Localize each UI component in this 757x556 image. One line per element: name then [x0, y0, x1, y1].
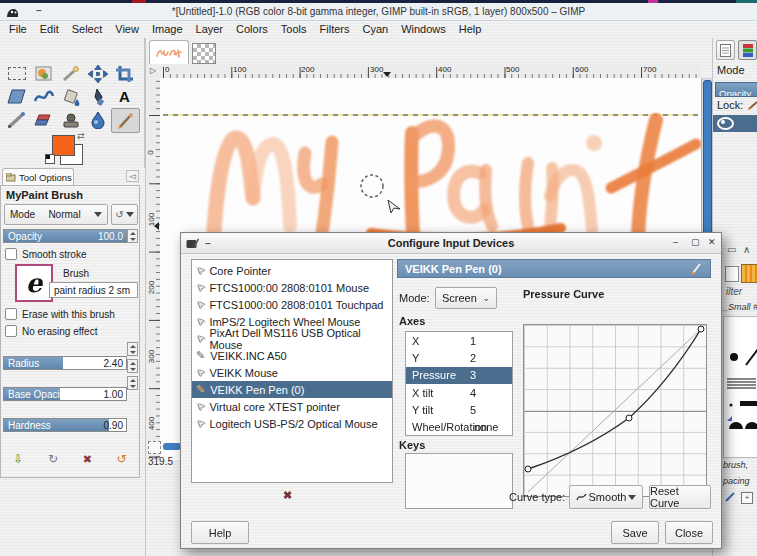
new-brush-icon[interactable]: +: [741, 492, 753, 504]
axis-row[interactable]: Y2: [406, 349, 512, 366]
tool-crop[interactable]: [111, 62, 138, 85]
mode-reset-dropdown[interactable]: ↺: [111, 204, 138, 225]
lock-brush-icon[interactable]: [747, 100, 757, 111]
menu-layer[interactable]: Layer: [196, 23, 224, 35]
radius-spinner[interactable]: [127, 342, 138, 356]
device-row-selected[interactable]: ✎VEIKK Pen Pen (0): [192, 381, 392, 398]
menu-cyan[interactable]: Cyan: [362, 23, 388, 35]
delete-preset-icon[interactable]: ✖: [83, 453, 92, 466]
dock-menu-icon[interactable]: ◅: [126, 170, 139, 182]
device-row[interactable]: ➤Logitech USB-PS/2 Optical Mouse: [192, 415, 392, 432]
edit-brush-icon[interactable]: [725, 492, 737, 503]
brush-name-entry[interactable]: paint radius 2 sm: [49, 282, 138, 298]
menu-select[interactable]: Select: [72, 23, 103, 35]
tool-clone[interactable]: [57, 108, 84, 131]
dialog-maximize-button[interactable]: ▢: [691, 237, 702, 247]
axis-row[interactable]: X1: [406, 332, 512, 349]
ruler-corner[interactable]: ▷: [146, 64, 161, 79]
curve-point[interactable]: [698, 326, 704, 332]
tool-mypaint-brush[interactable]: [111, 108, 140, 133]
layer-visible-eye-icon[interactable]: [717, 117, 734, 130]
anchor-tab-icon[interactable]: ∧: [743, 244, 750, 255]
reset-tool-icon[interactable]: ↺: [117, 452, 127, 466]
menu-colors[interactable]: Colors: [236, 23, 268, 35]
restore-preset-icon[interactable]: ↻: [48, 452, 58, 466]
window-titlebar[interactable]: – *[Untitled]-1.0 (RGB color 8-bit gamma…: [0, 3, 757, 21]
tool-options-tab[interactable]: Tool Options: [2, 168, 74, 185]
paint-mode-dropdown[interactable]: Mode Normal: [4, 204, 108, 225]
device-row[interactable]: ➤PixArt Dell MS116 USB Optical Mouse: [192, 330, 392, 347]
help-button[interactable]: Help: [191, 521, 249, 544]
opacity-slider[interactable]: Opacity 100.0: [3, 229, 127, 243]
opacity-spinner[interactable]: [127, 229, 138, 243]
menu-help[interactable]: Help: [459, 23, 482, 35]
device-row[interactable]: ➤Virtual core XTEST pointer: [192, 398, 392, 415]
menu-filters[interactable]: Filters: [320, 23, 350, 35]
layers-dock-tab-rgb[interactable]: [738, 40, 757, 60]
reset-curve-button[interactable]: Reset Curve: [649, 485, 711, 509]
curve-point[interactable]: [626, 415, 632, 421]
menu-windows[interactable]: Windows: [401, 23, 446, 35]
layers-opacity-slider[interactable]: Opacity: [715, 82, 757, 97]
image-tab-checkerboard[interactable]: [192, 43, 216, 64]
dialog-close-button[interactable]: ✕: [708, 237, 718, 247]
axis-row[interactable]: Wheel/Rotationnone: [406, 418, 512, 435]
device-row[interactable]: ➤FTCS1000:00 2808:0101 Mouse: [192, 279, 392, 296]
dialog-titlebar[interactable]: – Configure Input Devices – ▢ ✕: [181, 233, 721, 254]
tool-fuzzy-select[interactable]: [57, 62, 84, 85]
erase-with-brush-row[interactable]: Erase with this brush: [5, 308, 115, 320]
smooth-stroke-row[interactable]: Smooth stroke: [5, 248, 86, 260]
paths-tab-icon[interactable]: ▭: [727, 244, 736, 255]
device-row[interactable]: ➤FTCS1000:00 2808:0101 Touchpad: [192, 296, 392, 313]
tool-free-select[interactable]: [30, 62, 57, 85]
vertical-ruler[interactable]: 0 100 200 300 400: [146, 78, 161, 460]
layers-mode-label[interactable]: Mode: [717, 64, 745, 76]
hardness-slider[interactable]: Hardness 0.90: [3, 418, 127, 432]
tool-text[interactable]: A: [111, 85, 138, 108]
device-mode-dropdown[interactable]: Screen ⌄: [435, 287, 497, 309]
base-opacity-spinner[interactable]: [127, 359, 138, 373]
axis-row-selected[interactable]: Pressure3: [406, 367, 512, 384]
curve-point[interactable]: [525, 466, 531, 472]
quickmask-toggle[interactable]: [148, 441, 161, 454]
device-row[interactable]: ➤Core Pointer: [192, 262, 392, 279]
tool-pencil[interactable]: [3, 108, 30, 131]
curve-type-dropdown[interactable]: Smooth: [569, 485, 643, 509]
tool-rectangle-select[interactable]: [3, 62, 30, 85]
image-tab-active[interactable]: [149, 40, 189, 65]
menu-edit[interactable]: Edit: [40, 23, 59, 35]
swap-colors-icon[interactable]: ⇄: [77, 131, 85, 141]
brush-editor-tab-icon[interactable]: [725, 266, 739, 282]
tool-eraser[interactable]: [30, 108, 57, 131]
keys-box[interactable]: [405, 453, 513, 509]
menu-file[interactable]: File: [9, 23, 27, 35]
tool-move[interactable]: [84, 62, 111, 85]
canvas-hscrollbar-fragment[interactable]: [163, 443, 181, 450]
no-erasing-row[interactable]: No erasing effect: [5, 325, 97, 337]
brushes-filter-text[interactable]: ilter: [726, 286, 742, 297]
tool-bucket-fill[interactable]: [57, 85, 84, 108]
axis-row[interactable]: Y tilt5: [406, 401, 512, 418]
layers-dock-tab-page[interactable]: [716, 40, 735, 60]
menu-image[interactable]: Image: [152, 23, 183, 35]
dialog-minimize-button[interactable]: –: [673, 237, 680, 247]
close-button[interactable]: Close: [665, 521, 713, 544]
brush-grid-fragment[interactable]: [723, 316, 757, 458]
layer-row-selected[interactable]: [713, 115, 757, 132]
default-colors-icon[interactable]: [45, 154, 55, 164]
axis-row[interactable]: X tilt4: [406, 384, 512, 401]
base-opacity-slider[interactable]: Base Opacity 1.00: [3, 387, 127, 401]
tool-shear-transform[interactable]: [3, 85, 30, 108]
brush-preview[interactable]: e: [15, 264, 53, 302]
foreground-color-swatch[interactable]: [52, 135, 75, 156]
save-preset-icon[interactable]: ⇩: [13, 452, 23, 466]
tool-ink[interactable]: [84, 85, 111, 108]
brush-preview-striped-icon[interactable]: [741, 264, 757, 283]
radius-slider[interactable]: Radius 2.40: [3, 356, 127, 370]
tool-warp-transform[interactable]: [30, 85, 57, 108]
erase-with-brush-checkbox[interactable]: [5, 308, 17, 320]
pressure-curve-plot[interactable]: [523, 324, 707, 497]
smooth-stroke-checkbox[interactable]: [5, 248, 17, 260]
save-button[interactable]: Save: [611, 521, 659, 544]
delete-device-icon[interactable]: ✖: [283, 489, 292, 502]
